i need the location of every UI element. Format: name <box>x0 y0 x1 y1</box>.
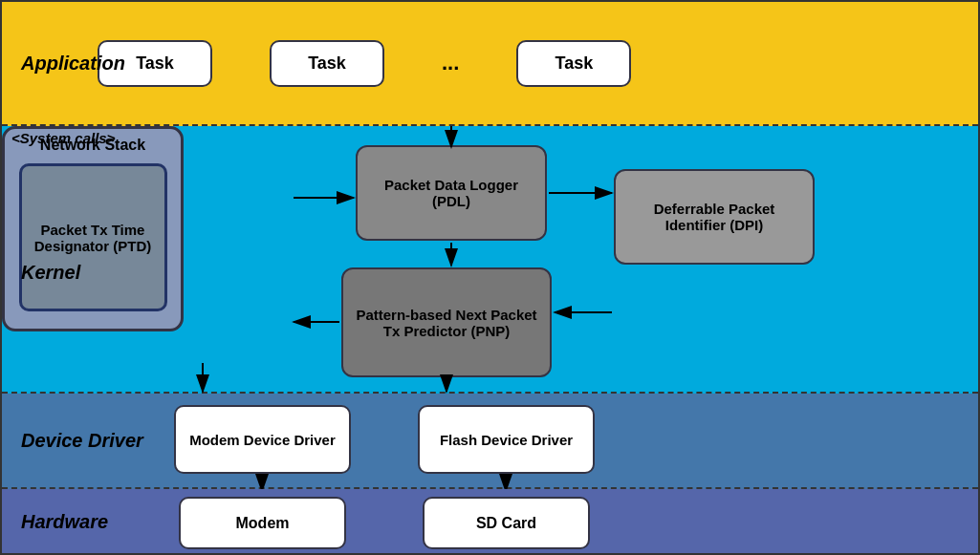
layer-device-driver: Device Driver Modem Device Driver Flash … <box>2 394 978 489</box>
hardware-label: Hardware <box>11 510 108 532</box>
flash-driver-box: Flash Device Driver <box>418 405 595 474</box>
device-driver-label: Device Driver <box>11 430 143 452</box>
ellipsis: ... <box>442 51 459 75</box>
layer-hardware: Hardware Modem SD Card <box>2 489 978 553</box>
modem-driver-box: Modem Device Driver <box>174 405 351 474</box>
kernel-label: Kernel <box>11 261 80 283</box>
layer-application: Application Task Task ... Task <box>2 2 978 126</box>
pnp-label: Pattern-based Next Packet Tx Predictor (… <box>343 299 550 347</box>
modem-hw-label: Modem <box>236 515 290 532</box>
modem-hw-box: Modem <box>179 497 346 549</box>
task-box-3: Task <box>516 40 631 87</box>
sdcard-hw-box: SD Card <box>423 497 590 549</box>
flash-driver-label: Flash Device Driver <box>440 432 573 448</box>
system-calls-label: <System calls> <box>11 130 115 146</box>
layer-kernel: <System calls> Kernel Network Stack Pack… <box>2 126 978 394</box>
ptd-label: Packet Tx Time Designator (PTD) <box>22 222 164 254</box>
sdcard-hw-label: SD Card <box>476 515 536 532</box>
architecture-diagram: Application Task Task ... Task <System c… <box>0 0 980 555</box>
network-stack-box: Network Stack Packet Tx Time Designator … <box>2 126 184 331</box>
kernel-content: <System calls> Kernel Network Stack Pack… <box>2 126 978 392</box>
application-label: Application <box>11 53 125 75</box>
dpi-box: Deferrable Packet Identifier (DPI) <box>614 169 815 265</box>
ptd-box: Packet Tx Time Designator (PTD) <box>19 163 167 311</box>
pdl-box: Packet Data Logger (PDL) <box>356 145 547 241</box>
modem-driver-label: Modem Device Driver <box>189 432 336 448</box>
app-content: Task Task ... Task <box>2 2 978 124</box>
pnp-box: Pattern-based Next Packet Tx Predictor (… <box>341 267 552 377</box>
pdl-label: Packet Data Logger (PDL) <box>358 169 545 217</box>
task-box-2: Task <box>270 40 384 87</box>
dpi-label: Deferrable Packet Identifier (DPI) <box>616 193 813 241</box>
